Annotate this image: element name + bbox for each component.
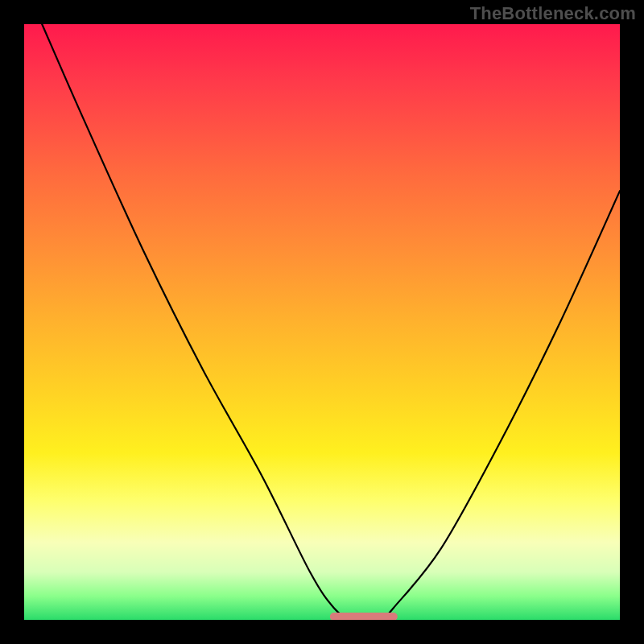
- chart-frame: TheBottleneck.com: [0, 0, 644, 644]
- bottleneck-curve-path: [42, 24, 620, 620]
- watermark-text: TheBottleneck.com: [470, 3, 636, 24]
- curve-layer: [24, 24, 620, 620]
- plot-area: [24, 24, 620, 620]
